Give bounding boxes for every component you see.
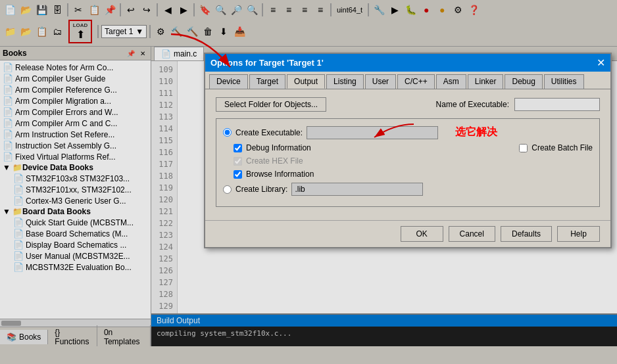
dialog-tab-user[interactable]: User [365, 74, 396, 89]
create-library-input[interactable] [291, 183, 423, 196]
debug-info-label[interactable]: Debug Information [246, 143, 311, 152]
dialog-tabs: Device Target Output Listing User C/C++ … [205, 72, 610, 89]
name-of-executable-input[interactable] [514, 98, 600, 111]
ok-button[interactable]: OK [401, 226, 443, 242]
dialog-title-bar: Options for Target 'Target 1' ✕ [205, 54, 610, 72]
browse-info-label[interactable]: Browse Information [246, 170, 314, 179]
create-executable-label[interactable]: Create Executable: [235, 128, 303, 137]
name-of-executable-group: Name of Executable: [436, 98, 600, 111]
create-batch-checkbox[interactable] [519, 144, 528, 152]
help-button[interactable]: Help [557, 226, 600, 242]
dialog-tab-target[interactable]: Target [249, 74, 285, 89]
dialog-tab-cpp[interactable]: C/C++ [397, 74, 435, 89]
create-hex-checkbox[interactable] [234, 157, 242, 166]
create-library-radio[interactable] [223, 185, 232, 194]
chinese-annotation: 选它解决 [455, 125, 497, 139]
defaults-button[interactable]: Defaults [501, 226, 552, 242]
dialog-tab-output[interactable]: Output [287, 74, 325, 89]
create-hex-row: Create HEX File [223, 156, 593, 166]
dialog-overlay: Options for Target 'Target 1' ✕ Device T… [0, 0, 617, 364]
dialog-title-text: Options for Target 'Target 1' [210, 58, 324, 68]
dialog-output-content: Select Folder for Objects... Name of Exe… [205, 89, 610, 220]
create-executable-row: Create Executable: 选它解决 [223, 125, 593, 139]
dialog-tab-utilities[interactable]: Utilities [544, 74, 584, 89]
create-batch-label[interactable]: Create Batch File [531, 143, 593, 152]
browse-info-row: Browse Information [223, 170, 593, 179]
options-dialog: Options for Target 'Target 1' ✕ Device T… [204, 53, 612, 248]
debug-info-checkbox[interactable] [234, 144, 242, 152]
dialog-footer: OK Cancel Defaults Help [205, 220, 610, 247]
name-of-executable-label: Name of Executable: [436, 100, 509, 109]
output-section: Create Executable: 选它解决 [216, 118, 600, 207]
create-library-row: Create Library: [223, 183, 593, 196]
dialog-tab-listing[interactable]: Listing [326, 74, 364, 89]
dialog-tab-linker[interactable]: Linker [468, 74, 504, 89]
dialog-tab-asm[interactable]: Asm [436, 74, 466, 89]
debug-info-row: Debug Information Create Batch File [223, 143, 593, 152]
cancel-button[interactable]: Cancel [449, 226, 495, 242]
create-executable-radio[interactable] [223, 128, 232, 137]
create-hex-label[interactable]: Create HEX File [246, 156, 303, 166]
dialog-tab-debug[interactable]: Debug [505, 74, 542, 89]
dialog-close-btn[interactable]: ✕ [597, 57, 605, 69]
create-library-label[interactable]: Create Library: [235, 185, 287, 194]
dialog-tab-device[interactable]: Device [209, 74, 248, 89]
create-executable-input[interactable] [307, 126, 438, 139]
browse-info-checkbox[interactable] [234, 170, 242, 179]
select-folder-btn[interactable]: Select Folder for Objects... [216, 97, 326, 112]
